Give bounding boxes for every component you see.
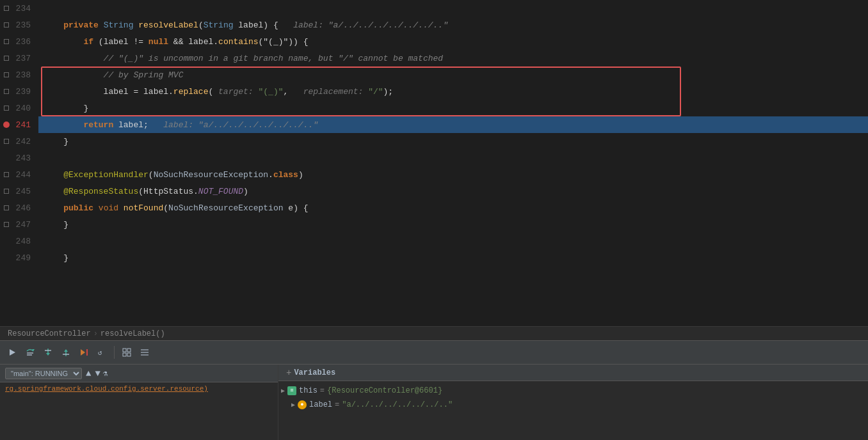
svg-rect-16 <box>127 353 131 356</box>
hint-replacement: replacement: <box>303 87 364 97</box>
stack-frame[interactable]: rg.springframework.cloud.config.server.r… <box>0 382 278 395</box>
code-line-240: } <box>38 100 868 116</box>
code-text-239d: , <box>284 87 303 97</box>
line-num-238: 238 <box>13 70 31 80</box>
code-text <box>133 20 138 30</box>
code-line-245: @ResponseStatus(HttpStatus.NOT_FOUND) <box>38 183 868 200</box>
code-text-247: } <box>44 220 68 230</box>
filter-button[interactable]: ⚗ <box>103 368 108 379</box>
code-text-244a: ( <box>149 170 154 180</box>
kw-void: void <box>99 203 118 213</box>
kw-class: class <box>273 170 298 180</box>
code-line-241: return label; label: "a/../../../../../.… <box>38 116 868 133</box>
line-num-237: 237 <box>13 54 31 63</box>
gutter-row-239: 239 <box>0 83 33 100</box>
step-out-button[interactable] <box>59 345 73 359</box>
line-gutter: @ 234 @ 235 236 237 238 239 <box>0 0 38 326</box>
nav-up-button[interactable]: ▲ <box>84 368 92 379</box>
var-val-label: "a/../../../../../../.." <box>342 400 453 409</box>
breadcrumb-sep: › <box>93 329 98 338</box>
expand-label-icon[interactable]: ▶ <box>291 401 295 409</box>
code-text-239f: ); <box>383 87 394 97</box>
code-line-244: @ExceptionHandler(NoSuchResourceExceptio… <box>38 166 868 183</box>
type-param: String <box>204 20 234 30</box>
code-text-239c <box>253 87 259 97</box>
line-num-239: 239 <box>13 87 31 97</box>
variables-tab[interactable]: Variables <box>294 368 335 377</box>
sq-icon-239 <box>3 88 10 95</box>
line-num-247: 247 <box>13 220 31 230</box>
step-into-button[interactable] <box>41 345 55 359</box>
code-text-239e <box>363 87 368 97</box>
svg-marker-10 <box>81 349 85 356</box>
comment-237: // "(_)" is uncommon in a git branch nam… <box>44 54 443 63</box>
gutter-row-236: 236 <box>0 33 33 50</box>
code-line-246: public void notFound(NoSuchResourceExcep… <box>38 200 868 216</box>
list-view-button[interactable] <box>138 345 152 359</box>
svg-rect-14 <box>127 349 131 352</box>
gutter-row-246: @ 246 <box>0 200 33 216</box>
svg-marker-0 <box>10 349 15 356</box>
line-num-249: 249 <box>13 253 31 263</box>
code-content: private String resolveLabel(String label… <box>38 0 868 326</box>
line-num-236: 236 <box>13 37 31 47</box>
sq-icon-245 <box>3 187 10 195</box>
line-num-234: 234 <box>13 4 31 13</box>
variable-row-this[interactable]: ▶ ≡ this = {ResourceController@6601} <box>278 384 868 398</box>
sq-icon-236 <box>3 38 10 45</box>
line-num-244: 244 <box>13 170 31 180</box>
gutter-row-248: 248 <box>0 233 33 249</box>
run-to-cursor-button[interactable] <box>77 345 91 359</box>
gutter-row-243: 243 <box>0 150 33 166</box>
code-line-239: label = label.replace( target: "(_)", re… <box>38 83 868 100</box>
sq-icon-235 <box>3 21 10 29</box>
kw-null: null <box>149 37 168 47</box>
method-replace: replace <box>173 87 209 97</box>
nav-down-button[interactable]: ▼ <box>93 368 101 379</box>
code-text-241a: label; <box>113 120 163 130</box>
code-text-246b: ( <box>163 203 168 213</box>
add-watch-button[interactable]: + <box>284 368 294 378</box>
variables-content: ▶ ≡ this = {ResourceController@6601} ▶ ●… <box>278 381 868 440</box>
svg-rect-15 <box>123 353 126 356</box>
line-num-245: 245 <box>13 187 31 196</box>
line-num-248: 248 <box>13 237 31 246</box>
kw-return: return <box>44 120 113 130</box>
gutter-row-249: 249 <box>0 249 33 266</box>
var-val-this: {ResourceController@6601} <box>327 386 442 395</box>
gutter-row-242: 242 <box>0 133 33 150</box>
breadcrumb-method[interactable]: resolveLabel() <box>100 329 165 338</box>
thread-dropdown[interactable]: "main": RUNNING <box>5 368 82 379</box>
var-eq-label: = <box>335 400 339 409</box>
svg-rect-13 <box>123 349 126 352</box>
gutter-row-240: 240 <box>0 100 33 116</box>
str-underscore: "(_)" <box>258 87 283 97</box>
gutter-row-241[interactable]: 241 <box>0 116 33 133</box>
line-num-235: 235 <box>13 20 31 30</box>
code-text-244c: ) <box>298 170 303 180</box>
right-panel: + Variables ▶ ≡ this = {ResourceControll… <box>278 365 868 440</box>
code-line-249: } <box>38 249 868 266</box>
expand-this-icon[interactable]: ▶ <box>281 387 285 395</box>
gutter-row-245: 245 <box>0 183 33 200</box>
code-text-239b: ( <box>208 87 218 97</box>
code-line-235: private String resolveLabel(String label… <box>38 17 868 33</box>
code-line-237: // "(_)" is uncommon in a git branch nam… <box>38 50 868 67</box>
line-num-243: 243 <box>13 153 31 163</box>
code-line-243 <box>38 150 868 166</box>
line-num-246: 246 <box>13 203 31 213</box>
code-text: (label != <box>99 37 149 47</box>
evaluate-button[interactable]: ↺ <box>95 345 109 359</box>
breadcrumb-class[interactable]: ResourceController <box>8 329 91 338</box>
sq-icon-240 <box>3 104 10 112</box>
svg-marker-8 <box>64 349 68 352</box>
variable-row-label[interactable]: ▶ ● label = "a/../../../../../../.." <box>278 398 868 412</box>
grid-view-button[interactable] <box>120 345 134 359</box>
step-over-button[interactable] <box>23 345 37 359</box>
toolbar-sep-1 <box>114 346 115 359</box>
resume-button[interactable] <box>5 345 19 359</box>
bottom-panel: "main": RUNNING ▲ ▼ ⚗ rg.springframework… <box>0 365 868 440</box>
breakpoint-icon-241[interactable] <box>3 121 10 129</box>
code-text-245b: ) <box>243 187 248 196</box>
gutter-row-235: @ 235 <box>0 17 33 33</box>
